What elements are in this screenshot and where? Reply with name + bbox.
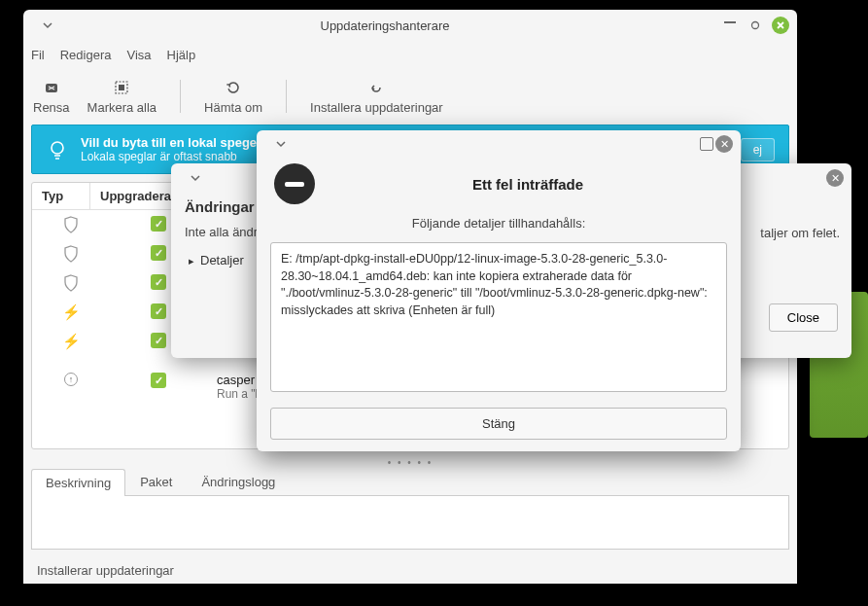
select-all-icon bbox=[113, 79, 130, 96]
toolbar-separator bbox=[286, 80, 287, 113]
close-icon[interactable] bbox=[772, 17, 789, 34]
banner-no-button[interactable]: ej bbox=[741, 138, 775, 161]
refresh-icon bbox=[225, 79, 242, 96]
toolbar-select-all-label: Markera alla bbox=[87, 100, 157, 115]
shield-icon bbox=[63, 245, 79, 263]
toolbar-refresh-label: Hämta om bbox=[204, 100, 262, 115]
menu-view[interactable]: Visa bbox=[126, 48, 151, 62]
checkbox-checked-icon[interactable]: ✓ bbox=[151, 216, 166, 232]
col-type[interactable]: Typ bbox=[32, 183, 90, 209]
toolbar-select-all-button[interactable]: Markera alla bbox=[87, 79, 157, 115]
toolbar-separator bbox=[180, 80, 181, 113]
menubar: Fil Redigera Visa Hjälp bbox=[23, 41, 797, 68]
toolbar-install-label: Installera uppdateringar bbox=[310, 100, 443, 115]
svg-point-0 bbox=[752, 22, 759, 29]
svg-rect-3 bbox=[119, 85, 124, 90]
error-title: Ett fel inträffade bbox=[332, 176, 723, 193]
tab-changelog[interactable]: Ändringslogg bbox=[187, 468, 290, 495]
toolbar-clear-button[interactable]: Rensa bbox=[33, 79, 70, 115]
titlebar: Uppdateringshanterare bbox=[23, 10, 797, 41]
checkbox-checked-icon[interactable]: ✓ bbox=[151, 373, 166, 388]
clear-icon bbox=[43, 79, 60, 96]
changes-close-button[interactable]: Close bbox=[769, 303, 838, 332]
checkbox-checked-icon[interactable]: ✓ bbox=[151, 303, 166, 319]
detail-tabs: Beskrivning Paket Ändringslogg bbox=[31, 468, 789, 496]
statusbar: Installerar uppdateringar bbox=[23, 557, 797, 584]
checkbox-checked-icon[interactable]: ✓ bbox=[151, 274, 166, 290]
toolbar-refresh-button[interactable]: Hämta om bbox=[204, 79, 262, 115]
changes-trailing-text: taljer om felet. bbox=[760, 226, 840, 240]
error-close-button[interactable]: Stäng bbox=[270, 408, 727, 440]
window-menu-icon[interactable] bbox=[272, 135, 290, 153]
arrow-up-icon: ↑ bbox=[64, 373, 78, 386]
menu-file[interactable]: Fil bbox=[31, 48, 45, 62]
window-title: Uppdateringshanterare bbox=[56, 18, 713, 33]
error-icon bbox=[274, 163, 315, 204]
tab-panel bbox=[31, 496, 789, 550]
install-icon bbox=[367, 79, 385, 96]
tab-description[interactable]: Beskrivning bbox=[31, 469, 125, 496]
maximize-icon[interactable] bbox=[746, 17, 764, 34]
menu-edit[interactable]: Redigera bbox=[60, 48, 112, 62]
bolt-icon: ⚡ bbox=[62, 303, 81, 321]
resize-grip[interactable]: • • • • • bbox=[23, 457, 797, 468]
close-icon[interactable]: ✕ bbox=[826, 169, 844, 187]
lightbulb-icon bbox=[46, 138, 69, 161]
window-menu-icon[interactable] bbox=[187, 169, 204, 187]
toolbar-install-button[interactable]: Installera uppdateringar bbox=[310, 79, 443, 115]
bolt-icon: ⚡ bbox=[62, 333, 81, 350]
menu-help[interactable]: Hjälp bbox=[167, 48, 196, 62]
checkbox-checked-icon[interactable]: ✓ bbox=[151, 245, 166, 261]
minimize-icon[interactable] bbox=[721, 17, 739, 34]
error-details-box[interactable]: E: /tmp/apt-dpkg-install-eDU0pp/12-linux… bbox=[270, 242, 727, 392]
toolbar-clear-label: Rensa bbox=[33, 100, 70, 115]
checkbox-checked-icon[interactable]: ✓ bbox=[151, 333, 166, 348]
toolbar: Rensa Markera alla Hämta om Installera u… bbox=[23, 68, 797, 125]
shield-icon bbox=[63, 216, 79, 233]
svg-point-4 bbox=[52, 142, 63, 154]
window-menu-icon[interactable] bbox=[39, 17, 56, 34]
shield-icon bbox=[63, 274, 79, 292]
error-dialog: ✕ Ett fel inträffade Följande detaljer t… bbox=[257, 130, 741, 451]
maximize-icon[interactable] bbox=[698, 135, 715, 153]
tab-packages[interactable]: Paket bbox=[125, 468, 187, 495]
close-icon[interactable]: ✕ bbox=[715, 135, 733, 153]
error-subtitle: Följande detaljer tillhandahålls: bbox=[257, 206, 741, 238]
